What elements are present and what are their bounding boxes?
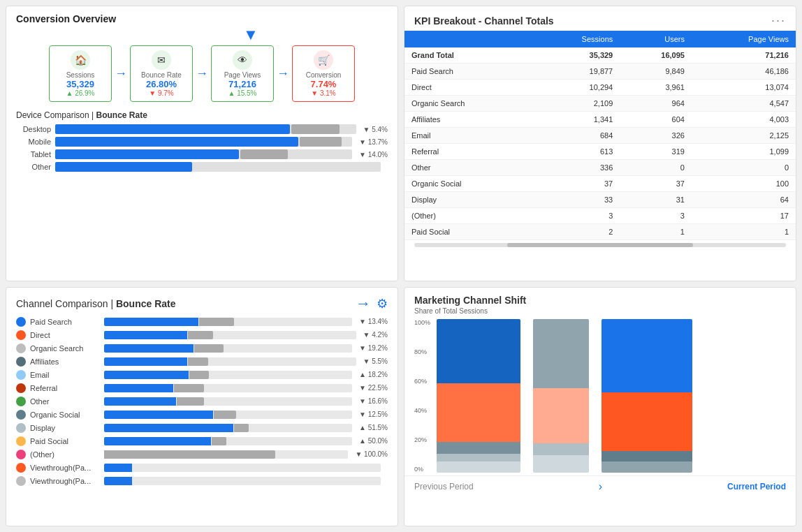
kpi-row-referral: Referral 613 319 1,099 — [404, 144, 796, 160]
kpi-table-header: Sessions Users Page Views — [404, 31, 796, 47]
page-views-value: 71,216 — [228, 79, 256, 89]
paid-social-bar — [104, 437, 352, 445]
tablet-label: Tablet — [16, 150, 51, 158]
kpi-row-paid-search: Paid Search 19,877 9,849 46,186 — [404, 64, 796, 80]
kpi-row-grand-total: Grand Total 35,329 16,095 71,216 — [404, 47, 796, 64]
bounce-rate-arrow-icon: ▼ — [243, 26, 258, 43]
kpi-row-email: Email 684 326 2,125 — [404, 128, 796, 144]
bar-curr-segment-4 — [602, 461, 692, 472]
paid-social-name: Paid Social — [30, 437, 100, 445]
device-other-row: Other — [16, 162, 388, 172]
other-paren-value: ▼ 100.0% — [355, 450, 388, 458]
mobile-label: Mobile — [16, 138, 51, 146]
metric-bounce-rate: ✉ Bounce Rate 26.80% ▼ 9.7% — [130, 45, 193, 102]
bar-curr-segment-1 — [602, 319, 692, 393]
viewthrough2-dot — [16, 476, 26, 486]
bar-previous-period — [437, 319, 520, 473]
kpi-breakout-panel: KPI Breakout - Channel Totals ··· Sessio… — [404, 6, 796, 281]
paid-search-dot — [16, 317, 26, 327]
bar-prev-segment-3 — [437, 442, 520, 455]
organic-search-name: Organic Search — [30, 344, 100, 353]
device-desktop-row: Desktop ▼ 5.4% — [16, 124, 388, 134]
bounce-rate-icon: ✉ — [152, 50, 171, 70]
paid-social-value: ▲ 50.0% — [359, 437, 388, 445]
organic-social-dot — [16, 410, 26, 420]
page-views-delta: ▲ 15.5% — [228, 89, 256, 97]
bar-prev-segment-4 — [437, 454, 520, 461]
desktop-value: ▼ 5.4% — [363, 126, 388, 133]
kpi-row-organic-search: Organic Search 2,109 964 4,547 — [404, 96, 796, 112]
metric-page-views: 👁 Page Views 71,216 ▲ 15.5% — [211, 45, 274, 102]
channel-row-paid-search: Paid Search ▼ 13.4% — [16, 317, 388, 327]
device-mobile-row: Mobile ▼ 13.7% — [16, 137, 388, 147]
desktop-bar — [55, 124, 356, 134]
affiliates-dot — [16, 357, 26, 367]
current-period-button[interactable]: Current Period — [727, 482, 786, 492]
kpi-col-channel — [404, 31, 534, 47]
paid-social-dot — [16, 436, 26, 446]
organic-search-bar — [104, 344, 352, 353]
channel-right-arrow-icon: → — [356, 295, 371, 313]
kpi-header: KPI Breakout - Channel Totals ··· — [404, 6, 796, 28]
referral-name: Referral — [30, 384, 100, 392]
kpi-options-button[interactable]: ··· — [771, 13, 786, 28]
viewthrough1-dot — [16, 463, 26, 473]
bar-comp-segment-1 — [533, 319, 589, 388]
y-label-40: 40% — [414, 407, 434, 414]
direct-value: ▼ 4.2% — [363, 331, 388, 339]
bounce-rate-label: Bounce Rate — [141, 71, 182, 79]
kpi-title: KPI Breakout - Channel Totals — [414, 15, 554, 27]
other-value: ▼ 16.6% — [359, 397, 388, 405]
bar-prev-segment-5 — [437, 461, 520, 472]
marketing-channel-shift-panel: Marketing Channel Shift Share of Total S… — [404, 287, 796, 527]
other-device-label: Other — [16, 163, 51, 171]
bar-prev-segment-1 — [437, 319, 520, 383]
organic-social-bar — [104, 411, 352, 419]
paid-search-bar — [104, 318, 352, 326]
display-dot — [16, 423, 26, 433]
direct-name: Direct — [30, 331, 100, 339]
channel-row-organic-search: Organic Search ▼ 19.2% — [16, 343, 388, 353]
sessions-value: 35,329 — [66, 79, 94, 89]
channel-comparison-panel: Channel Comparison | Bounce Rate → ⚙ Pai… — [6, 287, 398, 527]
bar-curr-segment-2 — [602, 392, 692, 451]
kpi-col-sessions: Sessions — [534, 31, 620, 47]
bar-comp-segment-3 — [533, 443, 589, 456]
mobile-value: ▼ 13.7% — [359, 138, 388, 146]
y-label-80: 80% — [414, 348, 434, 355]
direct-bar — [104, 331, 356, 339]
device-comparison-section: Device Comparison | Bounce Rate Desktop … — [6, 106, 398, 182]
conversion-delta: ▼ 3.1% — [311, 89, 335, 97]
organic-search-dot — [16, 343, 26, 353]
channel-row-paid-social: Paid Social ▲ 50.0% — [16, 436, 388, 446]
period-chevron-button[interactable]: › — [599, 480, 602, 493]
bar-comparison — [533, 319, 589, 473]
paid-search-value: ▼ 13.4% — [359, 318, 388, 325]
bar-comp-segment-4 — [533, 455, 589, 472]
email-name: Email — [30, 371, 100, 379]
display-value: ▲ 51.5% — [359, 424, 388, 431]
kpi-row-other-paren: (Other) 3 3 17 — [404, 208, 796, 224]
bar-current-period — [602, 319, 692, 473]
bounce-rate-value: 26.80% — [146, 79, 177, 89]
display-name: Display — [30, 424, 100, 432]
email-value: ▲ 18.2% — [359, 371, 388, 378]
sessions-delta: ▲ 26.9% — [66, 89, 94, 97]
referral-value: ▼ 22.5% — [359, 384, 388, 392]
conversion-label: Conversion — [306, 71, 342, 79]
kpi-table-container[interactable]: Sessions Users Page Views Grand Total 35… — [404, 28, 796, 240]
previous-period-button[interactable]: Previous Period — [414, 482, 474, 492]
channel-row-other: Other ▼ 16.6% — [16, 397, 388, 406]
other-bar — [104, 397, 352, 406]
bar-comp-segment-2 — [533, 388, 589, 443]
device-tablet-row: Tablet ▼ 14.0% — [16, 149, 388, 159]
mobile-bar — [55, 137, 352, 147]
organic-social-value: ▼ 12.5% — [359, 411, 388, 418]
kpi-row-direct: Direct 10,294 3,961 13,074 — [404, 80, 796, 96]
other-paren-dot — [16, 450, 26, 459]
filter-icon[interactable]: ⚙ — [377, 296, 388, 311]
bar-prev-segment-2 — [437, 383, 520, 442]
display-bar — [104, 424, 352, 432]
referral-bar — [104, 384, 352, 392]
kpi-row-organic-social: Organic Social 37 37 100 — [404, 176, 796, 192]
